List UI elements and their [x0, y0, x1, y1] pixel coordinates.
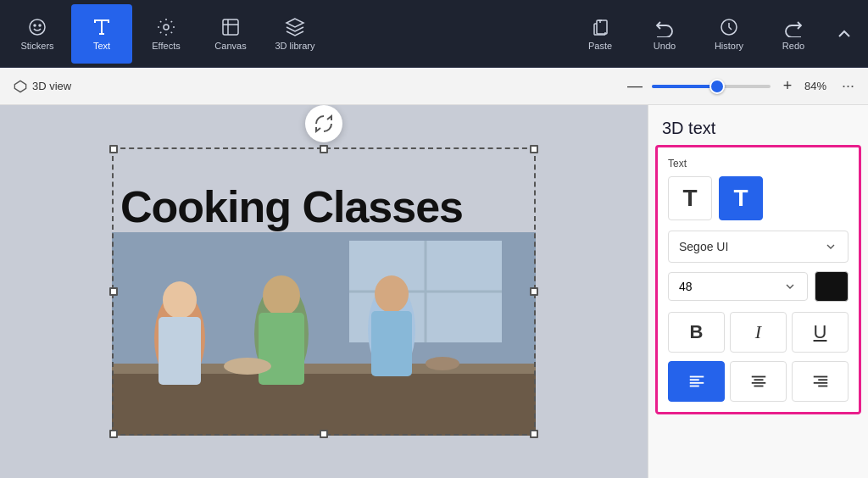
underline-button[interactable]: U [792, 312, 849, 353]
effects-label: Effects [152, 41, 180, 51]
font-dropdown[interactable]: Segoe UI [668, 231, 849, 263]
align-center-icon [749, 372, 768, 391]
effects-icon [156, 17, 176, 37]
canvas-label: Canvas [214, 41, 246, 51]
rotate-handle[interactable] [305, 105, 342, 142]
align-left-icon [687, 372, 706, 391]
align-row [668, 361, 849, 402]
font-dropdown-chevron [824, 240, 837, 253]
collapse-icon [834, 24, 854, 44]
history-icon [719, 17, 739, 37]
underline-label: U [814, 321, 827, 343]
paste-icon [590, 17, 610, 37]
text-label: Text [93, 41, 110, 51]
canvas-icon [220, 17, 241, 37]
stickers-icon [27, 17, 47, 37]
zoom-control: — + 84% ··· [625, 76, 854, 97]
format-row: B I U [668, 312, 849, 353]
font-name-label: Segoe UI [679, 240, 728, 253]
size-dropdown-chevron [783, 280, 797, 293]
rotate-icon [314, 114, 334, 134]
tool-stickers[interactable]: Stickers [7, 4, 68, 64]
toolbar-tools: Stickers Text Effects Canvas [7, 4, 570, 64]
redo-button[interactable]: Redo [763, 4, 824, 64]
zoom-increase-button[interactable]: + [777, 76, 798, 97]
undo-label: Undo [654, 41, 676, 51]
align-right-button[interactable] [792, 361, 849, 402]
main-toolbar: Stickers Text Effects Canvas [0, 0, 868, 68]
svg-point-3 [164, 25, 169, 30]
3dlibrary-label: 3D library [275, 41, 314, 51]
bold-button[interactable]: B [668, 312, 725, 353]
handle-tl[interactable] [109, 145, 118, 153]
svg-point-1 [34, 25, 36, 26]
redo-label: Redo [782, 41, 804, 51]
align-right-icon [811, 372, 830, 391]
tool-canvas[interactable]: Canvas [200, 4, 261, 64]
undo-icon [654, 17, 675, 37]
handle-mr[interactable] [530, 287, 538, 296]
text-style-outlined-button[interactable]: T [719, 176, 763, 220]
align-center-button[interactable] [730, 361, 787, 402]
paste-label: Paste [588, 41, 612, 51]
italic-button[interactable]: I [730, 312, 787, 353]
handle-bl[interactable] [109, 430, 118, 438]
tool-text[interactable]: Text [71, 4, 132, 64]
svg-point-0 [30, 19, 45, 35]
bold-label: B [690, 321, 704, 343]
text-section-label: Text [668, 158, 849, 170]
panel-title: 3D text [648, 105, 868, 145]
size-dropdown[interactable]: 48 [668, 272, 808, 301]
size-row: 48 [668, 271, 849, 302]
text-style-plain-label: T [682, 185, 697, 212]
collapse-button[interactable] [827, 4, 861, 64]
handle-ml[interactable] [109, 287, 118, 296]
sub-toolbar: 3D view — + 84% ··· [0, 68, 868, 105]
zoom-track [652, 85, 717, 88]
history-button[interactable]: History [698, 4, 760, 64]
zoom-decrease-button[interactable]: — [625, 76, 645, 97]
paste-button[interactable]: Paste [570, 4, 631, 64]
content-block[interactable]: Cooking Classes [112, 147, 536, 436]
zoom-thumb [709, 79, 725, 94]
handle-bm[interactable] [320, 430, 328, 438]
italic-label: I [755, 321, 761, 343]
text-style-row: T T [668, 176, 849, 220]
3dview-label: 3D view [32, 80, 71, 92]
3dview-icon [14, 80, 27, 93]
svg-point-2 [39, 25, 41, 26]
zoom-slider[interactable] [652, 85, 771, 88]
undo-button[interactable]: Undo [634, 4, 695, 64]
canvas-area[interactable]: Cooking Classes [0, 105, 648, 478]
canvas-inner: Cooking Classes [0, 105, 648, 478]
3dlibrary-icon [285, 17, 305, 37]
main-content: Cooking Classes [0, 105, 868, 478]
more-options-button[interactable]: ··· [842, 77, 854, 95]
redo-icon [783, 17, 804, 37]
handle-tm[interactable] [320, 145, 328, 153]
color-swatch[interactable] [815, 271, 849, 302]
handle-tr[interactable] [530, 145, 538, 153]
zoom-percent-label: 84% [804, 80, 835, 92]
text-style-plain-button[interactable]: T [668, 176, 712, 220]
text-icon [92, 17, 112, 37]
stickers-label: Stickers [20, 41, 53, 51]
handle-br[interactable] [530, 430, 538, 438]
text-style-outlined-label: T [733, 185, 748, 212]
svg-rect-4 [223, 19, 238, 35]
selection-box [112, 147, 536, 436]
tool-3dlibrary[interactable]: 3D library [264, 4, 326, 64]
3dview-button[interactable]: 3D view [14, 80, 71, 93]
toolbar-actions: Paste Undo History Redo [570, 4, 861, 64]
svg-rect-5 [597, 20, 607, 34]
align-left-button[interactable] [668, 361, 725, 402]
right-panel: 3D text Text T T Segoe UI [648, 105, 868, 478]
panel-content: Text T T Segoe UI 48 [655, 145, 861, 414]
svg-marker-7 [14, 81, 25, 92]
font-size-label: 48 [679, 280, 693, 293]
tool-effects[interactable]: Effects [136, 4, 197, 64]
history-label: History [715, 41, 743, 51]
